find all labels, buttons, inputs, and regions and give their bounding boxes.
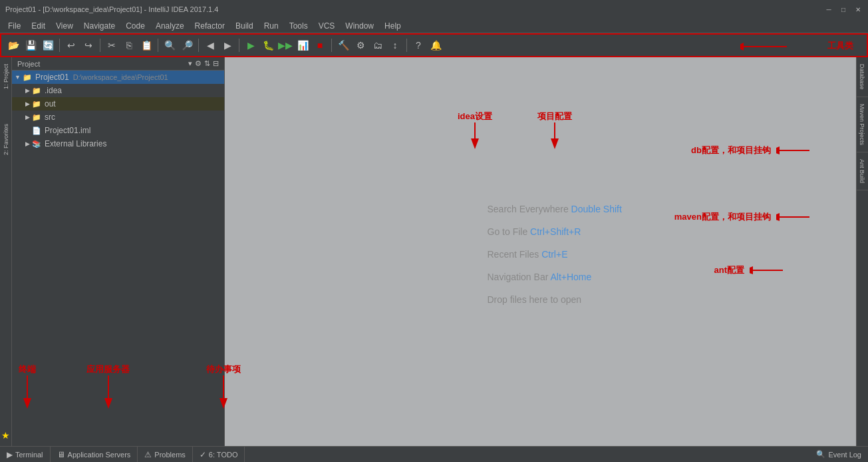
tab-database[interactable]: Database — [857, 57, 868, 97]
editor-area: Search Everywhere Double Shift Go to Fil… — [225, 57, 856, 446]
main-content: 1: Project 2: Favorites ★ Project ▾ ⚙ ⇅ … — [0, 57, 868, 446]
toolbar-sep-6 — [331, 39, 332, 52]
build-button[interactable]: 🔨 — [335, 37, 351, 53]
menu-edit[interactable]: Edit — [26, 19, 51, 33]
terminal-annotation-arrow — [21, 375, 34, 409]
update-button[interactable]: 🔔 — [428, 37, 444, 53]
menu-refactor[interactable]: Refactor — [190, 19, 230, 33]
db-config-label: db配置，和项目挂钩 — [691, 144, 771, 156]
copy-button[interactable]: ⎘ — [121, 37, 137, 53]
stop-button[interactable]: ■ — [312, 37, 328, 53]
menu-navigate[interactable]: Navigate — [78, 19, 120, 33]
hint-drop-files: Drop files here to open — [488, 294, 622, 305]
maven-config-label: maven配置，和项目挂钩 — [674, 211, 771, 223]
menu-run[interactable]: Run — [259, 19, 284, 33]
cut-button[interactable]: ✂ — [104, 37, 120, 53]
project-config-arrow — [545, 122, 565, 149]
project-settings-btn[interactable]: 🗂 — [370, 37, 386, 53]
sync-button[interactable]: 🔄 — [40, 37, 56, 53]
terminal-annotation-label: 终端 — [19, 363, 36, 375]
toolbar-sep-3 — [158, 39, 158, 52]
right-sidebar: Database Maven Projects Ant Build — [856, 57, 868, 446]
tree-item-src-label: src — [45, 113, 55, 122]
redo-button[interactable]: ↪ — [80, 37, 96, 53]
expand-arrow-out: ▶ — [25, 101, 30, 107]
panel-dropdown-btn[interactable]: ▾ — [188, 59, 192, 68]
run2-button[interactable]: ▶▶ — [277, 37, 293, 53]
project-panel-header: Project ▾ ⚙ ⇅ ⊟ — [12, 57, 224, 71]
coverage-button[interactable]: 📊 — [295, 37, 311, 53]
expand-arrow-extlibs: ▶ — [25, 140, 30, 147]
settings-btn[interactable]: ⚙ — [353, 37, 368, 53]
menu-analyze[interactable]: Analyze — [150, 19, 190, 33]
forward-button[interactable]: ▶ — [219, 37, 235, 53]
tree-item-iml[interactable]: ▶ 📄 Project01.iml — [12, 124, 224, 137]
save-button[interactable]: 💾 — [23, 37, 39, 53]
expand-arrow-idea: ▶ — [25, 87, 30, 94]
tab-problems[interactable]: ⚠ Problems — [138, 447, 192, 462]
event-log-label: Event Log — [828, 451, 861, 459]
tree-item-out[interactable]: ▶ 📁 out — [12, 97, 224, 111]
panel-collapse-icon[interactable]: ⊟ — [213, 59, 219, 68]
hint-navbar-text: Navigation Bar — [488, 272, 551, 282]
annotation-todo: 待办事项 — [206, 363, 241, 409]
problems-icon: ⚠ — [144, 450, 152, 459]
tab-project[interactable]: 1: Project — [1, 60, 11, 93]
tree-item-iml-label: Project01.iml — [45, 126, 90, 135]
run-button[interactable]: ▶ — [243, 37, 259, 53]
ant-config-arrow — [750, 264, 790, 277]
idea-settings-arrow — [465, 122, 485, 149]
db-config-arrow — [776, 144, 816, 157]
tree-item-extlibs[interactable]: ▶ 📚 External Libraries — [12, 137, 224, 150]
tree-item-out-label: out — [45, 99, 56, 109]
menu-help[interactable]: Help — [379, 19, 406, 33]
menu-tools[interactable]: Tools — [284, 19, 313, 33]
tab-ant-build[interactable]: Ant Build — [857, 152, 868, 190]
menu-build[interactable]: Build — [230, 19, 259, 33]
back-button[interactable]: ◀ — [202, 37, 218, 53]
app-servers-icon: 🖥 — [57, 450, 65, 459]
minimize-button[interactable]: ─ — [824, 5, 833, 14]
tab-terminal[interactable]: ▶ Terminal — [0, 447, 51, 462]
close-button[interactable]: ✕ — [853, 5, 863, 14]
menu-vcs[interactable]: VCS — [313, 19, 341, 33]
panel-sort-icon[interactable]: ⇅ — [204, 59, 210, 68]
open-button[interactable]: 📂 — [5, 37, 21, 53]
menu-bar: File Edit View Navigate Code Analyze Ref… — [0, 19, 868, 33]
tree-item-root[interactable]: ▼ 📁 Project01 D:\workspace_idea\Project0… — [12, 71, 224, 84]
annotation-maven-config: maven配置，和项目挂钩 — [674, 210, 816, 224]
tree-item-src[interactable]: ▶ 📁 src — [12, 111, 224, 124]
tab-favorites[interactable]: 2: Favorites — [1, 120, 11, 159]
menu-window[interactable]: Window — [340, 19, 379, 33]
expand-arrow-root: ▼ — [15, 74, 21, 81]
debug-button[interactable]: 🐛 — [260, 37, 276, 53]
tab-application-servers[interactable]: 🖥 Application Servers — [51, 447, 138, 462]
tree-item-idea[interactable]: ▶ 📁 .idea — [12, 84, 224, 97]
paste-button[interactable]: 📋 — [138, 37, 154, 53]
sdk-button[interactable]: ↕ — [387, 37, 403, 53]
event-log-tab[interactable]: 🔍 Event Log — [809, 450, 868, 459]
tab-maven-projects[interactable]: Maven Projects — [857, 97, 868, 152]
panel-header-buttons: ▾ ⚙ ⇅ ⊟ — [188, 59, 219, 68]
hint-recent-files: Recent Files Ctrl+E — [488, 249, 622, 260]
menu-view[interactable]: View — [51, 19, 78, 33]
undo-button[interactable]: ↩ — [63, 37, 79, 53]
toolbar-sep-2 — [100, 39, 100, 52]
panel-gear-icon[interactable]: ⚙ — [195, 59, 202, 68]
maximize-button[interactable]: □ — [839, 5, 848, 14]
terminal-icon: ▶ — [7, 450, 13, 459]
status-bar: ▶ Terminal 🖥 Application Servers ⚠ Probl… — [0, 446, 868, 462]
search-button[interactable]: 🔍 — [162, 37, 178, 53]
idea-settings-label: idea设置 — [458, 111, 492, 122]
search2-button[interactable]: 🔎 — [179, 37, 195, 53]
window-controls: ─ □ ✕ — [824, 5, 863, 14]
tab-todo[interactable]: ✓ 6: TODO — [193, 447, 245, 462]
menu-file[interactable]: File — [3, 19, 26, 33]
hint-navbar-shortcut: Alt+Home — [550, 272, 591, 282]
hint-search-shortcut: Double Shift — [571, 204, 622, 214]
help-button[interactable]: ? — [410, 37, 426, 53]
todo-annotation-arrow — [217, 375, 230, 409]
title-bar: Project01 - [D:\workspace_idea\Project01… — [0, 0, 868, 19]
hint-search-text: Search Everywhere — [488, 204, 571, 214]
menu-code[interactable]: Code — [120, 19, 150, 33]
